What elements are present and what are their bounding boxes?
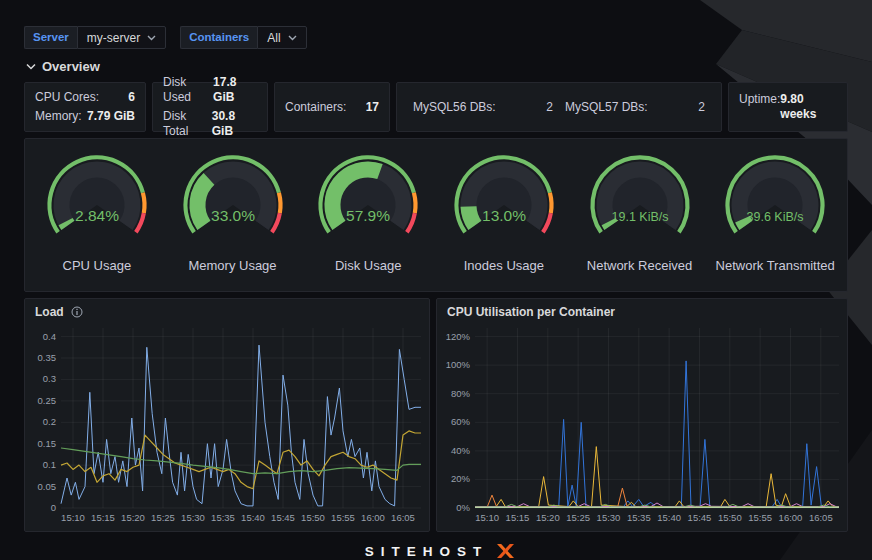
server-variable-dropdown[interactable]: my-server (77, 26, 166, 49)
svg-text:16:05: 16:05 (809, 512, 833, 523)
svg-text:15:45: 15:45 (271, 512, 295, 523)
svg-text:80%: 80% (451, 388, 471, 399)
svg-text:15:55: 15:55 (331, 512, 355, 523)
disk-stat-panel: Disk Used 17.8 GiB Disk Total 30.8 GiB (152, 82, 268, 132)
gauge-network-transmitted: 39.6 KiB/s Network Transmitted (707, 145, 843, 287)
svg-text:100%: 100% (446, 359, 471, 370)
overview-section-toggle[interactable]: Overview (26, 58, 848, 75)
disk-total-label: Disk Total (163, 109, 212, 139)
mysql57-label: MySQL57 DBs: (565, 100, 648, 114)
uptime-stat-panel: Uptime: 9.80 weeks (728, 82, 848, 132)
server-variable-label: Server (24, 26, 77, 49)
svg-text:40%: 40% (451, 445, 471, 456)
svg-text:15:20: 15:20 (121, 512, 145, 523)
svg-text:57.9%: 57.9% (346, 207, 390, 224)
svg-text:15:25: 15:25 (151, 512, 175, 523)
svg-text:33.0%: 33.0% (211, 207, 255, 224)
cpu-per-container-chart: 15:1015:1515:2015:2515:3015:3515:4015:45… (437, 321, 847, 531)
svg-text:0.3: 0.3 (43, 373, 56, 384)
svg-text:15:15: 15:15 (506, 512, 530, 523)
disk-used-value: 17.8 GiB (213, 75, 257, 105)
svg-text:0%: 0% (456, 502, 470, 513)
svg-text:15:25: 15:25 (566, 512, 590, 523)
containers-variable-value: All (267, 31, 280, 45)
dashboard-page: Server my-server Containers All (0, 0, 872, 560)
svg-text:13.0%: 13.0% (482, 207, 526, 224)
sitehost-x-logo-icon (497, 544, 514, 558)
server-variable-group: Server my-server (24, 26, 166, 49)
load-panel: Load 15:1015:1515:2015:2515:3015:3515:40… (24, 298, 430, 532)
svg-text:0.15: 0.15 (38, 438, 57, 449)
disk-used-label: Disk Used (163, 75, 213, 105)
gauge-label: Memory Usage (188, 258, 276, 273)
cpu-per-container-panel: CPU Utilisation per Container 15:1015:15… (436, 298, 848, 532)
containers-variable-group: Containers All (180, 26, 306, 49)
gauges-panel: 2.84% CPU Usage 33.0% Memory Usage 57.9%… (24, 138, 848, 292)
svg-text:15:10: 15:10 (61, 512, 85, 523)
svg-text:0.25: 0.25 (38, 395, 57, 406)
charts-row: Load 15:1015:1515:2015:2515:3015:3515:40… (24, 298, 848, 532)
gauge-label: Network Received (587, 258, 693, 273)
cpu-per-container-panel-header: CPU Utilisation per Container (437, 299, 847, 321)
disk-total-value: 30.8 GiB (212, 109, 257, 139)
gauge-label: Disk Usage (335, 258, 401, 273)
cpu-per-container-panel-title[interactable]: CPU Utilisation per Container (447, 305, 615, 319)
disk-used-stat: Disk Used 17.8 GiB (163, 75, 257, 105)
load-chart: 15:1015:1515:2015:2515:3015:3515:4015:45… (25, 321, 429, 531)
containers-stat-panel: Containers: 17 (274, 82, 390, 132)
svg-text:15:30: 15:30 (181, 512, 205, 523)
cpu-cores-value: 6 (128, 90, 135, 105)
server-variable-value: my-server (87, 31, 140, 45)
mysql57-value: 2 (698, 100, 705, 114)
chevron-down-icon (26, 63, 36, 70)
cpu-cores-stat: CPU Cores: 6 (35, 90, 135, 105)
containers-stat: Containers: 17 (285, 100, 379, 115)
uptime-label: Uptime: (739, 92, 780, 107)
load-panel-header: Load (25, 299, 429, 321)
svg-text:15:40: 15:40 (241, 512, 265, 523)
svg-text:0.05: 0.05 (38, 481, 57, 492)
svg-text:0.1: 0.1 (43, 459, 56, 470)
template-variables-toolbar: Server my-server Containers All (24, 26, 848, 49)
svg-text:15:35: 15:35 (627, 512, 651, 523)
svg-text:0.2: 0.2 (43, 416, 56, 427)
svg-text:0.35: 0.35 (38, 352, 57, 363)
gauge-memory-usage: 33.0% Memory Usage (165, 145, 301, 287)
gauge-network-received: 19.1 KiB/s Network Received (572, 145, 708, 287)
sitehost-wordmark: SITEHOST (365, 544, 489, 559)
gauge-label: Inodes Usage (464, 258, 544, 273)
mysql56-value: 2 (546, 100, 553, 114)
disk-usage-gauge-chart: 57.9% (304, 145, 432, 255)
containers-count-label: Containers: (285, 100, 346, 115)
svg-text:16:00: 16:00 (779, 512, 803, 523)
section-title: Overview (42, 59, 100, 74)
svg-text:15:45: 15:45 (688, 512, 712, 523)
info-icon[interactable] (71, 306, 83, 318)
disk-total-stat: Disk Total 30.8 GiB (163, 109, 257, 139)
memory-value: 7.79 GiB (87, 109, 135, 124)
containers-variable-dropdown[interactable]: All (257, 26, 306, 49)
memory-usage-gauge-chart: 33.0% (169, 145, 297, 255)
svg-text:60%: 60% (451, 416, 471, 427)
svg-text:15:35: 15:35 (211, 512, 235, 523)
svg-text:15:30: 15:30 (597, 512, 621, 523)
gauge-inodes-usage: 13.0% Inodes Usage (436, 145, 572, 287)
mysql-stat-panel: MySQL56 DBs: 2 MySQL57 DBs: 2 (396, 82, 722, 132)
svg-text:20%: 20% (451, 473, 471, 484)
svg-text:120%: 120% (446, 331, 471, 342)
svg-text:15:10: 15:10 (475, 512, 499, 523)
cpu-usage-gauge-chart: 2.84% (33, 145, 161, 255)
svg-text:15:55: 15:55 (748, 512, 772, 523)
svg-text:2.84%: 2.84% (75, 207, 119, 224)
cpu-cores-label: CPU Cores: (35, 90, 99, 105)
gauge-cpu-usage: 2.84% CPU Usage (29, 145, 165, 287)
svg-text:16:00: 16:00 (361, 512, 385, 523)
gauge-label: CPU Usage (63, 258, 132, 273)
mysql56-label: MySQL56 DBs: (413, 100, 496, 114)
inodes-usage-gauge-chart: 13.0% (440, 145, 568, 255)
svg-text:15:50: 15:50 (301, 512, 325, 523)
chevron-down-icon (288, 35, 297, 41)
containers-count-value: 17 (366, 100, 379, 115)
mysql57-stat: MySQL57 DBs: 2 (559, 100, 711, 114)
load-panel-title[interactable]: Load (35, 305, 64, 319)
